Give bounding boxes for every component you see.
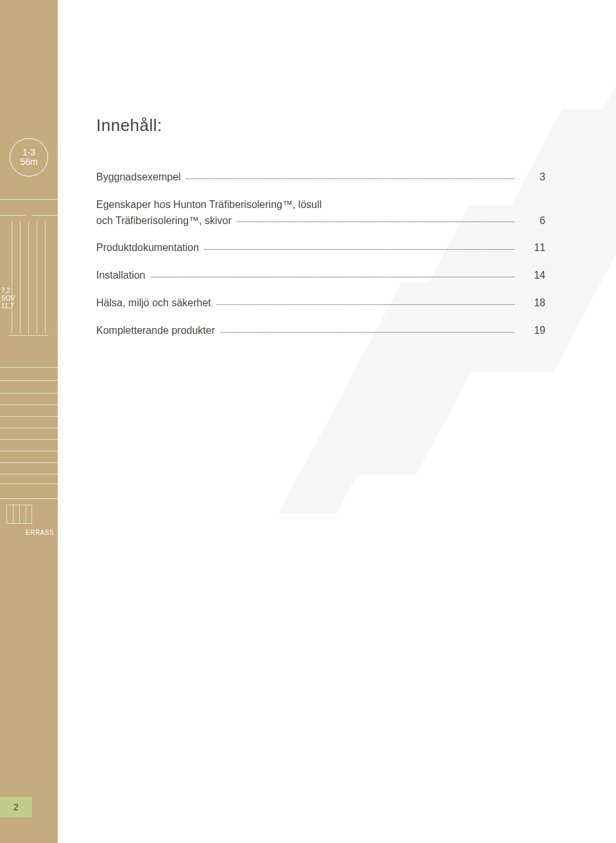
circle-line-1: 1-3 bbox=[22, 148, 35, 157]
blueprint-text-terrass: ERRASS bbox=[26, 529, 54, 536]
toc-leader-dots bbox=[216, 304, 515, 305]
blueprint-label-1: 7,2 bbox=[1, 287, 10, 294]
toc-leader-dots bbox=[204, 249, 515, 250]
toc-page-number: 3 bbox=[520, 171, 545, 184]
blueprint-circle: 1-3 56m bbox=[10, 138, 48, 177]
toc-page-number: 19 bbox=[520, 324, 545, 338]
blueprint-label-3: 11,7 bbox=[1, 302, 13, 309]
blueprint-label-2: SOV bbox=[1, 295, 15, 302]
left-sidebar-graphic: 1-3 56m 7,2 SOV 11,7 ERRASS bbox=[0, 0, 58, 843]
toc-label: Produktdokumentation bbox=[96, 241, 199, 255]
toc-row-egenskaper-line1: Egenskaper hos Hunton Träfiberisolering™… bbox=[96, 198, 545, 212]
toc-page-number: 6 bbox=[520, 214, 545, 228]
toc-row-kompletterande: Kompletterande produkter 19 bbox=[96, 324, 545, 338]
toc-row-byggnadsexempel: Byggnadsexempel 3 bbox=[96, 171, 545, 184]
toc-page-number: 18 bbox=[520, 297, 545, 310]
page-number-badge: 2 bbox=[0, 797, 32, 817]
toc-label: Installation bbox=[96, 269, 146, 282]
toc-page-number: 14 bbox=[520, 269, 545, 282]
toc-content: Innehåll: Byggnadsexempel 3 Egenskaper h… bbox=[96, 116, 545, 352]
toc-label: Egenskaper hos Hunton Träfiberisolering™… bbox=[96, 198, 321, 212]
toc-row-egenskaper-line2: och Träfiberisolering™, skivor 6 bbox=[96, 214, 545, 228]
toc-label: Hälsa, miljö och säkerhet bbox=[96, 297, 211, 310]
toc-page-number: 11 bbox=[520, 241, 545, 255]
toc-leader-dots bbox=[237, 222, 515, 222]
toc-label: och Träfiberisolering™, skivor bbox=[96, 214, 232, 228]
toc-row-produktdokumentation: Produktdokumentation 11 bbox=[96, 241, 545, 255]
page-number: 2 bbox=[13, 802, 19, 812]
circle-line-2: 56m bbox=[20, 157, 37, 167]
toc-leader-dots bbox=[220, 332, 515, 333]
toc-row-halsa: Hälsa, miljö och säkerhet 18 bbox=[96, 297, 545, 310]
toc-row-installation: Installation 14 bbox=[96, 269, 545, 282]
toc-label: Byggnadsexempel bbox=[96, 171, 181, 184]
toc-leader-dots bbox=[186, 178, 515, 179]
toc-leader-dots bbox=[151, 277, 515, 277]
page-title: Innehåll: bbox=[96, 116, 545, 135]
toc-label: Kompletterande produkter bbox=[96, 324, 215, 338]
